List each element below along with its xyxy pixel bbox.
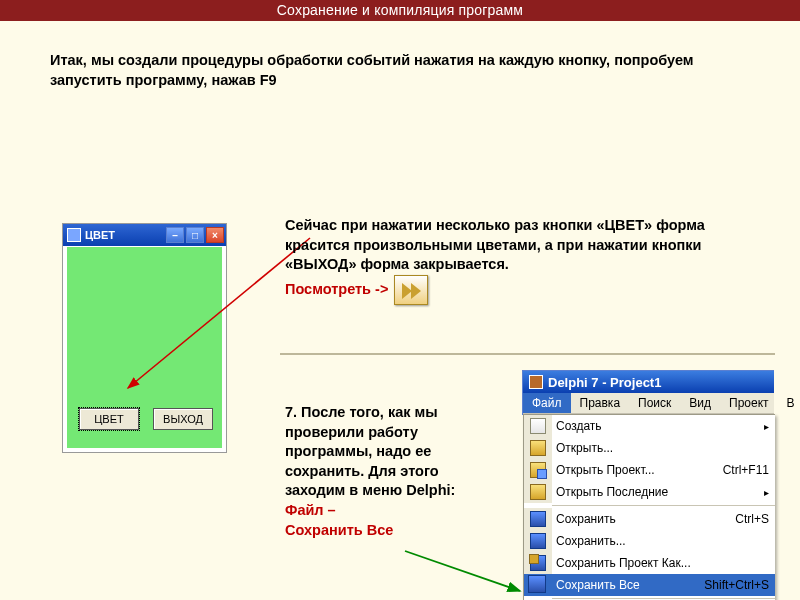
- divider: [280, 353, 775, 355]
- menubar-item-правка[interactable]: Правка: [571, 393, 630, 413]
- menu-item-shortcut: Shift+Ctrl+S: [704, 578, 769, 592]
- menu-item-label: Открыть...: [556, 441, 769, 455]
- ic-saveall-icon: [530, 577, 546, 593]
- menu-item-создать[interactable]: Создать▸: [524, 415, 775, 437]
- menu-icon-strip: [524, 508, 552, 530]
- menu-icon-strip: [524, 459, 552, 481]
- slide-title: Сохранение и компиляция программ: [0, 0, 800, 21]
- ic-saveas-icon: [530, 533, 546, 549]
- play-icon[interactable]: [394, 275, 428, 305]
- ic-new-icon: [530, 418, 546, 434]
- description-1-text: Сейчас при нажатии несколько раз кнопки …: [285, 217, 705, 272]
- menu-item-label: Сохранить: [556, 512, 735, 526]
- menu-item-label: Сохранить Проект Как...: [556, 556, 769, 570]
- svg-line-1: [405, 551, 520, 591]
- menu-item-label: Сохранить Все: [556, 578, 704, 592]
- menubar-item-поиск[interactable]: Поиск: [629, 393, 680, 413]
- description-2: 7. После того, как мы проверили работу п…: [285, 403, 495, 540]
- delphi-menubar: ФайлПравкаПоискВидПроектВ: [523, 393, 774, 414]
- menu-item-shortcut: Ctrl+F11: [723, 463, 769, 477]
- menu-icon-strip: [524, 481, 552, 503]
- ic-open-icon: [530, 440, 546, 456]
- description-2-text: 7. После того, как мы проверили работу п…: [285, 404, 455, 498]
- menu-separator: [552, 505, 775, 506]
- submenu-arrow-icon: ▸: [764, 421, 769, 432]
- description-1: Сейчас при нажатии несколько раз кнопки …: [285, 216, 750, 305]
- menu-icon-strip: [524, 437, 552, 459]
- menu-icon-strip: [524, 530, 552, 552]
- delphi-app-icon: [529, 375, 543, 389]
- menu-item-открыть-[interactable]: Открыть...: [524, 437, 775, 459]
- minimize-button[interactable]: –: [166, 227, 184, 243]
- menubar-item-файл[interactable]: Файл: [523, 393, 571, 413]
- menu-item-сохранить-проект-как-[interactable]: Сохранить Проект Как...: [524, 552, 775, 574]
- delphi-window: Delphi 7 - Project1 ФайлПравкаПоискВидПр…: [522, 370, 774, 415]
- menu-item-label: Открыть Последние: [556, 485, 764, 499]
- exit-button[interactable]: ВЫХОД: [153, 408, 213, 430]
- menu-icon-strip: [524, 552, 552, 574]
- menu-item-label: Сохранить...: [556, 534, 769, 548]
- look-link[interactable]: Посмотреть ->: [285, 280, 388, 300]
- form-titlebar: ЦВЕТ – □ ×: [63, 224, 226, 246]
- menu-icon-strip: [524, 415, 552, 437]
- menu-item-открыть-последние[interactable]: Открыть Последние▸: [524, 481, 775, 503]
- menu-path-2: Сохранить Все: [285, 522, 393, 538]
- delphi-title: Delphi 7 - Project1: [548, 375, 661, 390]
- menubar-item-вид[interactable]: Вид: [680, 393, 720, 413]
- submenu-arrow-icon: ▸: [764, 487, 769, 498]
- form-title: ЦВЕТ: [85, 229, 115, 241]
- menubar-item-проект[interactable]: Проект: [720, 393, 778, 413]
- form-app-icon: [67, 228, 81, 242]
- close-button[interactable]: ×: [206, 227, 224, 243]
- menu-item-открыть-проект-[interactable]: Открыть Проект...Ctrl+F11: [524, 459, 775, 481]
- menubar-item-в[interactable]: В: [778, 393, 800, 413]
- form-client-area: ЦВЕТ ВЫХОД: [66, 246, 223, 449]
- menu-path-1: Файл –: [285, 502, 336, 518]
- menu-item-label: Создать: [556, 419, 764, 433]
- delphi-titlebar: Delphi 7 - Project1: [523, 371, 774, 393]
- menu-item-сохранить-[interactable]: Сохранить...: [524, 530, 775, 552]
- menu-icon-strip: [524, 574, 552, 596]
- ic-recent-icon: [530, 484, 546, 500]
- ic-openproj-icon: [530, 462, 546, 478]
- green-arrow-icon: [400, 546, 540, 600]
- ic-save-icon: [530, 511, 546, 527]
- intro-text: Итак, мы создали процедуры обработки соб…: [0, 21, 800, 98]
- menu-item-сохранить-все[interactable]: Сохранить ВсеShift+Ctrl+S: [524, 574, 775, 596]
- sample-form-window: ЦВЕТ – □ × ЦВЕТ ВЫХОД: [62, 223, 227, 453]
- menu-separator: [552, 598, 775, 599]
- ic-saveproj-icon: [530, 555, 546, 571]
- menu-item-label: Открыть Проект...: [556, 463, 723, 477]
- maximize-button[interactable]: □: [186, 227, 204, 243]
- color-button[interactable]: ЦВЕТ: [79, 408, 139, 430]
- menu-item-сохранить[interactable]: СохранитьCtrl+S: [524, 508, 775, 530]
- menu-item-shortcut: Ctrl+S: [735, 512, 769, 526]
- delphi-file-menu: Создать▸Открыть...Открыть Проект...Ctrl+…: [523, 414, 775, 600]
